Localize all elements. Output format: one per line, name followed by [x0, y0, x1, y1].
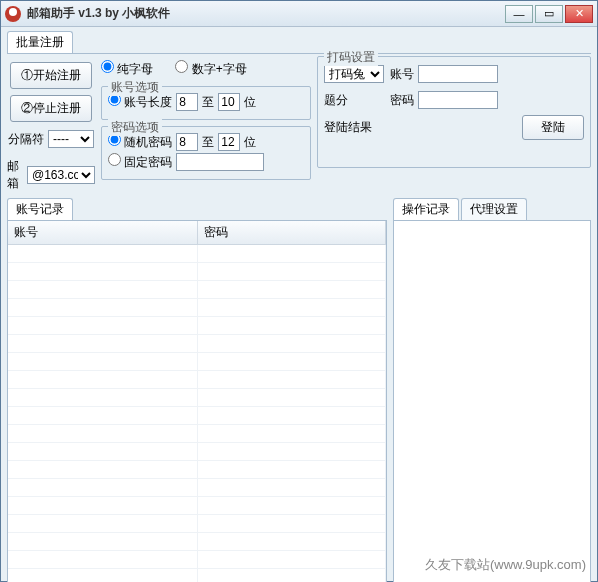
unit-label-2: 位	[244, 134, 256, 151]
window-controls: — ▭ ✕	[505, 5, 593, 23]
dama-settings-group: 打码设置 打码兔 账号 题分 密码	[317, 56, 591, 168]
col-password: 密码	[198, 221, 386, 245]
tab-proxy-settings[interactable]: 代理设置	[461, 198, 527, 220]
titlebar: 邮箱助手 v1.3 by 小枫软件 — ▭ ✕	[1, 1, 597, 27]
radio-letters-only[interactable]: 纯字母	[101, 60, 153, 78]
account-records-section: 账号记录 账号 密码	[7, 198, 387, 582]
account-legend: 账号选项	[108, 79, 162, 96]
table-row[interactable]	[8, 551, 386, 569]
dama-password-input[interactable]	[418, 91, 498, 109]
table-row[interactable]	[8, 407, 386, 425]
login-result-label: 登陆结果	[324, 119, 384, 136]
app-icon	[5, 6, 21, 22]
col-account: 账号	[8, 221, 198, 245]
account-min-input[interactable]	[176, 93, 198, 111]
start-register-button[interactable]: ①开始注册	[10, 62, 92, 89]
dama-password-label: 密码	[390, 92, 414, 109]
dama-service-select[interactable]: 打码兔	[324, 65, 384, 83]
mailbox-label: 邮箱	[7, 158, 23, 192]
table-row[interactable]	[8, 515, 386, 533]
unit-label: 位	[244, 94, 256, 111]
app-window: 邮箱助手 v1.3 by 小枫软件 — ▭ ✕ 批量注册 ①开始注册 ②停止注册…	[0, 0, 598, 582]
left-column: ①开始注册 ②停止注册 分隔符 ---- 邮箱 @163.com	[7, 56, 95, 194]
table-row[interactable]	[8, 497, 386, 515]
right-panels: 操作记录 代理设置	[393, 198, 591, 582]
stop-register-button[interactable]: ②停止注册	[10, 95, 92, 122]
lower-area: 账号记录 账号 密码 操作记录 代理设置	[7, 198, 591, 582]
table-row[interactable]	[8, 281, 386, 299]
mailbox-select[interactable]: @163.com	[27, 166, 95, 184]
middle-column: 纯字母 数字+字母 账号选项 账号长度 至 位 密码选项	[101, 56, 311, 194]
table-row[interactable]	[8, 299, 386, 317]
minimize-button[interactable]: —	[505, 5, 533, 23]
table-row[interactable]	[8, 371, 386, 389]
right-column: 打码设置 打码兔 账号 题分 密码	[317, 56, 591, 194]
account-options-group: 账号选项 账号长度 至 位	[101, 86, 311, 120]
main-tabs: 批量注册	[7, 31, 591, 54]
table-row[interactable]	[8, 443, 386, 461]
content-area: 批量注册 ①开始注册 ②停止注册 分隔符 ---- 邮箱 @163.com	[1, 27, 597, 581]
radio-digits-letters[interactable]: 数字+字母	[175, 60, 246, 78]
table-row[interactable]	[8, 479, 386, 497]
fixed-password-input[interactable]	[176, 153, 264, 171]
table-row[interactable]	[8, 263, 386, 281]
table-row[interactable]	[8, 425, 386, 443]
tab-bulk-register[interactable]: 批量注册	[7, 31, 73, 53]
table-row[interactable]	[8, 245, 386, 263]
dama-account-label: 账号	[390, 66, 414, 83]
dama-legend: 打码设置	[324, 49, 378, 66]
account-records-table[interactable]: 账号 密码	[7, 220, 387, 582]
login-button[interactable]: 登陆	[522, 115, 584, 140]
table-row[interactable]	[8, 461, 386, 479]
window-title: 邮箱助手 v1.3 by 小枫软件	[27, 5, 505, 22]
tab-account-records[interactable]: 账号记录	[7, 198, 73, 220]
radio-fixed-password[interactable]: 固定密码	[108, 153, 172, 171]
maximize-button[interactable]: ▭	[535, 5, 563, 23]
table-row[interactable]	[8, 569, 386, 582]
op-log-panel[interactable]	[393, 220, 591, 582]
password-legend: 密码选项	[108, 119, 162, 136]
password-options-group: 密码选项 随机密码 至 位 固定密码	[101, 126, 311, 180]
tab-op-log[interactable]: 操作记录	[393, 198, 459, 220]
to-label-2: 至	[202, 134, 214, 151]
table-row[interactable]	[8, 335, 386, 353]
password-min-input[interactable]	[176, 133, 198, 151]
separator-select[interactable]: ----	[48, 130, 94, 148]
account-max-input[interactable]	[218, 93, 240, 111]
password-max-input[interactable]	[218, 133, 240, 151]
table-row[interactable]	[8, 389, 386, 407]
dama-account-input[interactable]	[418, 65, 498, 83]
top-controls: ①开始注册 ②停止注册 分隔符 ---- 邮箱 @163.com	[7, 56, 591, 194]
close-button[interactable]: ✕	[565, 5, 593, 23]
separator-label: 分隔符	[8, 131, 44, 148]
table-row[interactable]	[8, 533, 386, 551]
dama-tifen-label: 题分	[324, 92, 384, 109]
to-label: 至	[202, 94, 214, 111]
table-row[interactable]	[8, 353, 386, 371]
table-row[interactable]	[8, 317, 386, 335]
